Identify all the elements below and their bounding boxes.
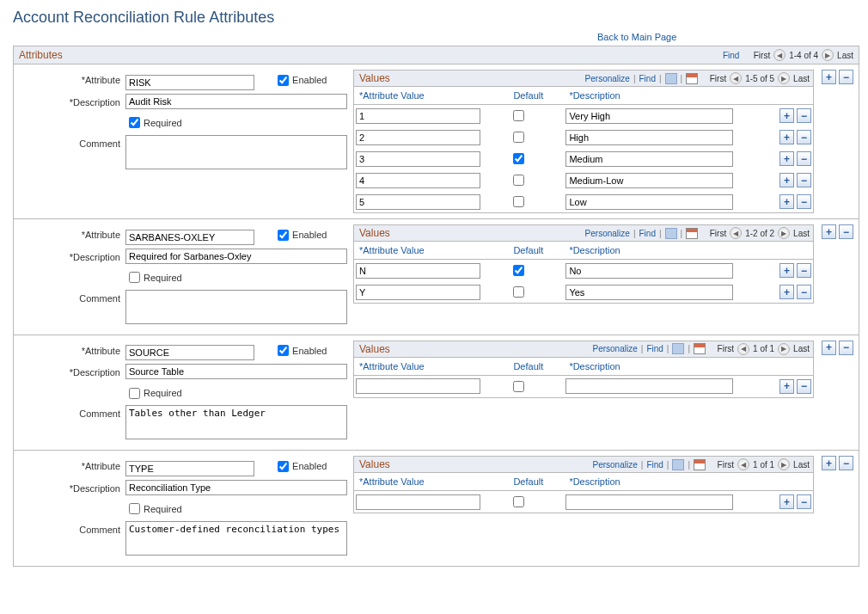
remove-value-button[interactable]: − xyxy=(797,379,811,394)
attribute-name-input[interactable] xyxy=(125,75,254,90)
attribute-description-input[interactable] xyxy=(125,94,347,109)
default-checkbox[interactable] xyxy=(513,496,524,507)
default-header[interactable]: Default xyxy=(508,473,564,491)
add-attribute-button[interactable]: + xyxy=(822,70,836,84)
attr-value-header[interactable]: *Attribute Value xyxy=(354,358,508,376)
add-value-button[interactable]: + xyxy=(779,194,794,209)
download-icon[interactable] xyxy=(686,228,698,239)
required-checkbox[interactable] xyxy=(129,503,140,514)
remove-value-button[interactable]: − xyxy=(797,108,811,123)
values1-prev-icon[interactable]: ◀ xyxy=(730,227,742,239)
values2-personalize-link[interactable]: Personalize xyxy=(593,344,638,353)
enabled-checkbox[interactable] xyxy=(278,461,289,472)
comment-textarea[interactable]: Tables other than Ledger xyxy=(125,405,347,439)
prev-page-icon[interactable]: ◀ xyxy=(773,49,785,61)
default-checkbox[interactable] xyxy=(513,132,524,143)
values0-find-link[interactable]: Find xyxy=(639,74,655,83)
default-header[interactable]: Default xyxy=(508,242,564,260)
remove-value-button[interactable]: − xyxy=(797,194,811,209)
add-attribute-button[interactable]: + xyxy=(822,341,836,355)
attribute-value-input[interactable] xyxy=(356,378,480,394)
attribute-value-input[interactable] xyxy=(356,108,480,124)
download-icon[interactable] xyxy=(694,459,706,470)
attribute-name-input[interactable] xyxy=(125,461,254,476)
description-header[interactable]: *Description xyxy=(564,358,770,376)
default-checkbox[interactable] xyxy=(513,265,524,276)
back-to-main-link[interactable]: Back to Main Page xyxy=(597,32,676,42)
values3-next-icon[interactable]: ▶ xyxy=(778,458,790,470)
attribute-name-input[interactable] xyxy=(125,345,254,360)
remove-attribute-button[interactable]: − xyxy=(839,456,853,470)
next-page-icon[interactable]: ▶ xyxy=(822,49,834,61)
description-header[interactable]: *Description xyxy=(564,473,770,491)
value-description-input[interactable] xyxy=(565,173,733,188)
values3-prev-icon[interactable]: ◀ xyxy=(737,458,749,470)
values2-find-link[interactable]: Find xyxy=(646,344,663,353)
attribute-description-input[interactable] xyxy=(125,480,347,495)
add-value-button[interactable]: + xyxy=(779,108,794,123)
value-description-input[interactable] xyxy=(565,108,733,124)
default-checkbox[interactable] xyxy=(513,175,524,186)
default-header[interactable]: Default xyxy=(508,358,564,376)
default-checkbox[interactable] xyxy=(513,110,524,121)
value-description-input[interactable] xyxy=(565,194,733,210)
default-checkbox[interactable] xyxy=(513,153,524,164)
values0-prev-icon[interactable]: ◀ xyxy=(730,72,742,84)
add-value-button[interactable]: + xyxy=(779,151,794,166)
add-value-button[interactable]: + xyxy=(779,263,794,278)
attribute-value-input[interactable] xyxy=(356,263,480,279)
enabled-checkbox[interactable] xyxy=(278,230,289,241)
attribute-value-input[interactable] xyxy=(356,285,480,300)
enabled-checkbox[interactable] xyxy=(278,345,289,356)
required-checkbox[interactable] xyxy=(129,117,140,128)
enabled-checkbox[interactable] xyxy=(278,75,289,86)
attribute-name-input[interactable] xyxy=(125,230,254,245)
value-description-input[interactable] xyxy=(565,130,733,145)
values3-find-link[interactable]: Find xyxy=(646,460,663,470)
find-link[interactable]: Find xyxy=(723,51,739,60)
attribute-value-input[interactable] xyxy=(356,130,480,145)
zoom-icon[interactable] xyxy=(672,459,684,470)
add-value-button[interactable]: + xyxy=(779,379,794,394)
remove-value-button[interactable]: − xyxy=(797,151,811,166)
comment-textarea[interactable] xyxy=(125,135,347,169)
comment-textarea[interactable] xyxy=(125,290,347,324)
add-value-button[interactable]: + xyxy=(779,173,794,187)
required-checkbox[interactable] xyxy=(129,388,140,399)
attribute-description-input[interactable] xyxy=(125,364,347,379)
comment-textarea[interactable]: Customer-defined reconciliation types xyxy=(125,521,347,556)
required-checkbox[interactable] xyxy=(129,272,140,283)
remove-attribute-button[interactable]: − xyxy=(839,224,853,239)
attribute-value-input[interactable] xyxy=(356,194,480,210)
remove-value-button[interactable]: − xyxy=(797,173,811,187)
description-header[interactable]: *Description xyxy=(564,242,770,260)
add-value-button[interactable]: + xyxy=(779,130,794,144)
attr-value-header[interactable]: *Attribute Value xyxy=(354,87,508,105)
value-description-input[interactable] xyxy=(565,285,733,300)
remove-value-button[interactable]: − xyxy=(797,130,811,144)
remove-value-button[interactable]: − xyxy=(797,285,811,299)
attribute-description-input[interactable] xyxy=(125,249,347,264)
values2-next-icon[interactable]: ▶ xyxy=(778,343,790,355)
values0-next-icon[interactable]: ▶ xyxy=(778,72,790,84)
download-icon[interactable] xyxy=(694,343,706,354)
values1-find-link[interactable]: Find xyxy=(639,229,655,238)
description-header[interactable]: *Description xyxy=(564,87,770,105)
attribute-value-input[interactable] xyxy=(356,151,480,167)
values3-personalize-link[interactable]: Personalize xyxy=(593,460,638,470)
remove-attribute-button[interactable]: − xyxy=(839,341,853,355)
default-checkbox[interactable] xyxy=(513,196,524,207)
value-description-input[interactable] xyxy=(565,263,733,279)
default-checkbox[interactable] xyxy=(513,381,524,392)
values2-prev-icon[interactable]: ◀ xyxy=(737,343,749,355)
zoom-icon[interactable] xyxy=(672,343,684,354)
values0-personalize-link[interactable]: Personalize xyxy=(585,74,630,83)
value-description-input[interactable] xyxy=(565,378,733,394)
download-icon[interactable] xyxy=(686,73,698,84)
add-attribute-button[interactable]: + xyxy=(822,224,836,239)
attr-value-header[interactable]: *Attribute Value xyxy=(354,473,508,491)
add-value-button[interactable]: + xyxy=(779,285,794,299)
zoom-icon[interactable] xyxy=(665,228,677,239)
remove-value-button[interactable]: − xyxy=(797,494,811,509)
default-header[interactable]: Default xyxy=(508,87,564,105)
